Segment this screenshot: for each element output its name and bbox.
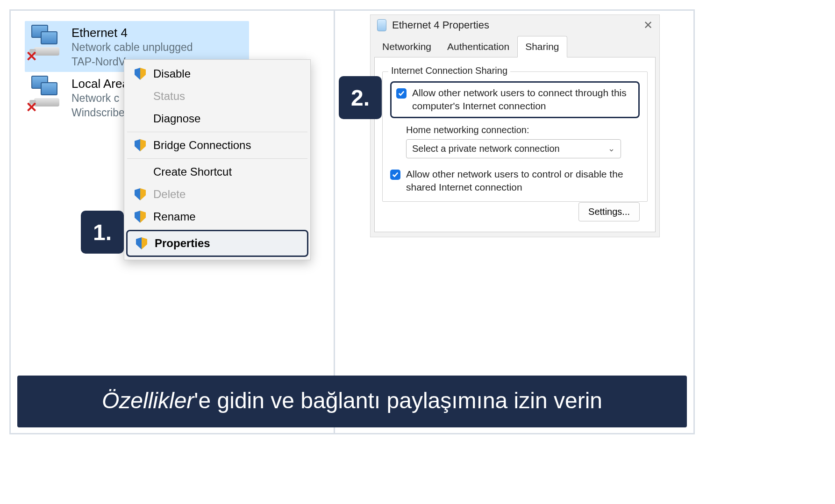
step-badge-2: 2. [339, 76, 382, 119]
shield-icon [135, 188, 146, 200]
window-title: Ethernet 4 Properties [392, 19, 489, 31]
home-connection-label: Home networking connection: [406, 125, 640, 135]
instruction-caption: Özellikler'e gidin ve bağlantı paylaşımı… [17, 376, 687, 427]
tab-authentication[interactable]: Authentication [439, 36, 517, 57]
connection-adapter: Windscribe [71, 106, 129, 120]
tab-networking[interactable]: Networking [374, 36, 439, 57]
menu-separator [127, 132, 307, 132]
disconnected-x-icon: ✕ [26, 99, 37, 115]
tabstrip: Networking Authentication Sharing [371, 35, 659, 57]
allow-control-label: Allow other network users to control or … [406, 168, 640, 194]
menu-bridge[interactable]: Bridge Connections [124, 134, 310, 156]
menu-disable[interactable]: Disable [124, 63, 310, 85]
ethernet-plug-icon [377, 19, 386, 31]
shield-icon [135, 68, 146, 80]
tab-body-sharing: Internet Connection Sharing Allow other … [374, 57, 656, 232]
menu-label: Create Shortcut [153, 165, 232, 178]
menu-label: Delete [153, 188, 186, 201]
connection-status: Network c [71, 91, 129, 106]
step-badge-1: 1. [81, 211, 124, 254]
menu-separator [127, 158, 307, 159]
titlebar: Ethernet 4 Properties ✕ [371, 15, 659, 35]
tab-sharing[interactable]: Sharing [517, 36, 567, 57]
shield-icon [135, 211, 146, 223]
caption-italic: Özellikler [102, 388, 194, 413]
menu-label: Disable [153, 67, 191, 80]
adapter-icon: ✕ [28, 23, 65, 62]
menu-diagnose[interactable]: Diagnose [124, 107, 310, 130]
settings-button[interactable]: Settings... [578, 202, 640, 221]
checkbox-checked-icon[interactable] [390, 170, 400, 180]
ics-groupbox: Internet Connection Sharing Allow other … [382, 71, 648, 202]
close-icon[interactable]: ✕ [643, 19, 653, 32]
menu-label: Status [153, 90, 185, 103]
menu-delete: Delete [124, 183, 310, 206]
connection-title: Local Area [71, 77, 129, 91]
menu-label: Bridge Connections [153, 139, 251, 152]
chevron-down-icon: ⌄ [608, 143, 615, 154]
connection-title: Ethernet 4 [71, 26, 193, 40]
menu-label: Properties [155, 237, 210, 250]
network-connections-pane: ✕ Ethernet 4 Network cable unplugged TAP… [11, 11, 335, 433]
home-connection-dropdown[interactable]: Select a private network connection ⌄ [406, 139, 621, 158]
properties-window: Ethernet 4 Properties ✕ Networking Authe… [370, 14, 660, 237]
dropdown-value: Select a private network connection [412, 143, 560, 154]
connection-status: Network cable unplugged [71, 40, 193, 55]
caption-rest: 'e gidin ve bağlantı paylaşımına izin ve… [194, 388, 602, 413]
spacer-icon [135, 166, 146, 178]
menu-properties[interactable]: Properties [126, 230, 308, 257]
properties-pane: Ethernet 4 Properties ✕ Networking Authe… [336, 11, 693, 433]
adapter-icon: ✕ [28, 74, 65, 113]
menu-label: Diagnose [153, 112, 200, 125]
shield-icon [135, 139, 146, 151]
menu-status: Status [124, 85, 310, 107]
disconnected-x-icon: ✕ [26, 48, 37, 64]
allow-connect-checkbox-row[interactable]: Allow other network users to connect thr… [390, 81, 640, 118]
spacer-icon [135, 113, 146, 125]
shield-icon [136, 237, 147, 249]
allow-connect-label: Allow other network users to connect thr… [412, 86, 634, 113]
menu-rename[interactable]: Rename [124, 206, 310, 228]
allow-control-checkbox-row[interactable]: Allow other network users to control or … [390, 168, 640, 194]
checkbox-checked-icon[interactable] [396, 88, 407, 99]
spacer-icon [135, 90, 146, 102]
context-menu: Disable Status Diagnose Bridge Connectio… [124, 59, 311, 260]
menu-shortcut[interactable]: Create Shortcut [124, 161, 310, 183]
home-connection-block: Home networking connection: Select a pri… [406, 125, 640, 158]
menu-label: Rename [153, 210, 196, 223]
group-title: Internet Connection Sharing [388, 65, 510, 76]
